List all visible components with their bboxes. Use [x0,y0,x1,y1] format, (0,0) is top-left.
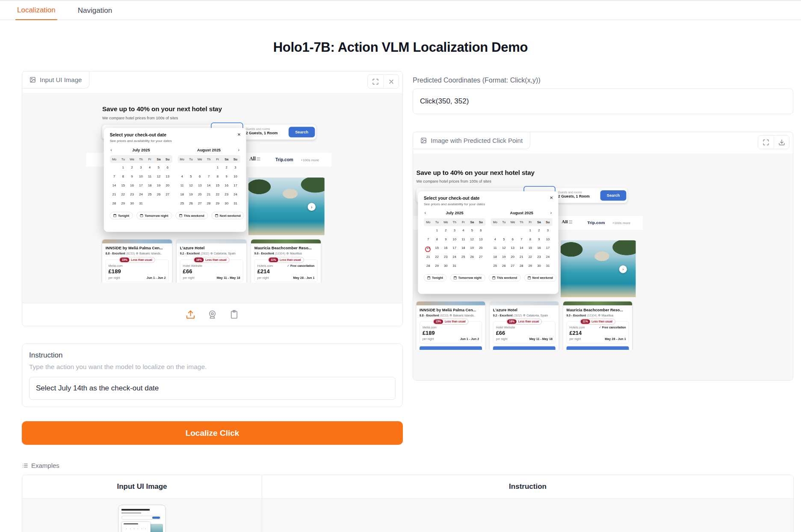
close-icon [388,78,395,85]
mock-calendar-day: 4 [459,226,468,235]
mock-discount-badge: 11%Less than usual [268,257,304,263]
mock-calendar-day: 30 [441,261,450,270]
mock-calendar-icon [454,276,457,279]
mock-all-logo: All [562,219,572,225]
mock-calendar-day: 12 [500,244,508,253]
example-instruction-cell: Select July 14th as the check-out date [262,499,793,532]
mock-calendar-day: 29 [526,261,535,270]
mock-hotel-name: Mauricia Beachcomber Reso... [563,305,632,312]
mock-calendar-day: 25 [491,261,500,270]
mock-calendar-day: 9 [441,235,450,244]
mock-calendar-day: 10 [450,235,459,244]
mock-hero-title: Save up to 40% on your next hotel stay [416,169,534,177]
mock-hotel-photo [490,301,559,305]
mock-quick-date-button: Tonight [110,212,133,219]
mock-calendar-day: 25 [177,198,186,207]
mock-discount-badge: 16%Less than usual [194,257,230,263]
mock-guests-field: Guests and rooms2 Guests, 1 Room [558,191,590,198]
mock-calendar-day: 23 [222,190,231,199]
mock-month-name: July 2025 [446,211,464,216]
mock-calendar-day: 21 [110,190,119,199]
mock-calendar-day: 16 [222,181,231,190]
mock-hotel-name: Mauricia Beachcomber Reso... [251,243,321,250]
predicted-coordinates-value[interactable]: Click(350, 352) [413,89,793,114]
tab-localization[interactable]: Localization [15,2,57,20]
mock-all-logo: All [249,156,260,162]
localize-click-button[interactable]: Localize Click [22,421,403,445]
mock-calendar-day: 20 [476,244,485,253]
mock-calendar-day: 30 [222,198,231,207]
download-button[interactable] [774,136,789,149]
mock-calendar-day: 28 [424,261,433,270]
fullscreen-icon [372,78,379,85]
mock-hotel-card: Mauricia Beachcomber Reso...9.0 - Excell… [251,239,321,283]
mock-calendar: ‹July 2025MoTuWeThFrSaSu1234567891011121… [110,146,172,207]
mock-month-name: August 2025 [197,148,221,152]
mock-datepicker-title: Select your check-out date [110,133,240,138]
mock-datepicker-subtitle: See prices and availability for your dat… [110,139,240,142]
mock-calendar-day: 15 [432,244,441,253]
mock-calendar-day: 26 [468,252,477,261]
mock-calendar-day: 5 [154,163,163,172]
input-image-panel-label: Input UI Image [22,71,89,89]
mock-calendar-day: 26 [500,261,508,270]
mock-calendar-day: 30 [127,198,136,207]
instruction-group: Instruction Type the action you want the… [22,343,403,407]
mock-pin-icon [598,314,600,316]
upload-button[interactable] [186,310,196,320]
mock-calendar-day: 8 [118,172,127,181]
mock-price: £189 [109,269,166,275]
mock-calendar-icon [427,276,430,279]
mock-hotel-card: INNSiDE by Meliá Palma Cen...8.8 - Excel… [416,301,485,350]
mock-calendar-day: 25 [459,252,468,261]
mock-calendar-day: 7 [517,235,526,244]
mock-hotel-card: Mauricia Beachcomber Reso...9.0 - Excell… [563,301,632,350]
mock-calendar-day: 24 [544,252,553,261]
fullscreen-button[interactable] [758,136,774,149]
image-source-bar [22,303,402,326]
webcam-button[interactable] [207,310,218,320]
mock-price: £214 [569,330,626,337]
mock-next-month-icon: › [238,147,239,152]
mock-calendar-day: 2 [535,226,544,235]
mock-calendar-day: 18 [145,181,154,190]
mock-calendar-day: 21 [517,252,526,261]
mock-more-sites-label: +100s more [612,221,630,225]
mock-calendar-day: 9 [535,235,544,244]
mock-calendar-day: 7 [110,172,119,181]
instruction-input[interactable]: Select July 14th as the check-out date [29,377,396,400]
mock-datepicker: Select your check-out dateSee prices and… [418,191,558,294]
mock-hotel-card: INNSiDE by Meliá Palma Cen...8.8 - Excel… [102,239,172,283]
image-icon [30,77,36,83]
mock-calendar-day: 22 [432,252,441,261]
mock-calendar-day: 15 [118,181,127,190]
webcam-icon [207,310,217,319]
examples-header-instruction: Instruction [262,475,793,498]
download-icon [778,139,785,146]
mock-calendar-day: 4 [491,235,500,244]
mock-calendar-day: 14 [110,181,119,190]
mock-calendar-day: 26 [186,198,195,207]
mock-calendar-day: 16 [127,181,136,190]
clipboard-button[interactable] [229,310,239,320]
upload-icon [186,310,195,319]
mock-calendar-day: 22 [118,190,127,199]
fullscreen-icon [763,139,769,146]
clear-image-button[interactable] [383,75,399,88]
mock-calendar-day: 12 [154,172,163,181]
mock-hotel-name: INNSiDE by Meliá Palma Cen... [102,243,172,250]
mock-calendar-day: 18 [177,190,186,199]
mock-discount-badge: 15%Less than usual [433,319,469,325]
mock-calendar-day: 8 [213,172,222,181]
example-row[interactable]: Select July 14th as the check-out date [22,498,793,532]
tab-navigation[interactable]: Navigation [76,2,114,20]
fullscreen-button[interactable] [368,75,383,88]
mock-calendar-day: 6 [163,163,172,172]
mock-hotel-photo [251,239,321,243]
mock-hotel-photo [416,301,485,305]
mock-calendar-day: 13 [476,235,485,244]
examples-header-row: Input UI Image Instruction [22,475,793,498]
input-image-preview[interactable]: Save up to 40% on your next hotel stayWe… [22,93,402,303]
mock-calendar-day: 6 [508,235,517,244]
mock-pin-icon [286,252,289,255]
